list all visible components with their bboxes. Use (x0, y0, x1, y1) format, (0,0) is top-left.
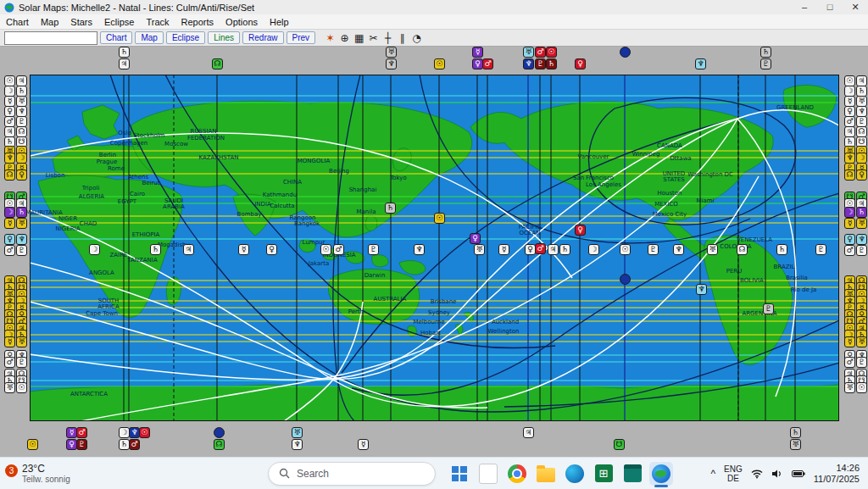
weather-widget[interactable]: 3 23°C Teilw. sonnig (5, 463, 132, 485)
planet-marker[interactable]: ♆ (292, 439, 303, 450)
planet-marker[interactable]: ♀ (266, 244, 277, 255)
planet-marker[interactable]: ♀ (16, 169, 27, 181)
planet-marker[interactable]: ♂ (333, 244, 344, 255)
planet-marker[interactable]: ♃ (548, 244, 559, 255)
planet-marker[interactable]: ♃ (119, 58, 130, 69)
planet-marker[interactable]: ☿ (4, 218, 15, 229)
planet-marker[interactable]: ♄ (150, 244, 161, 255)
clock[interactable]: 14:26 11/07/2025 (814, 463, 860, 485)
planet-marker[interactable]: ♆ (695, 58, 706, 69)
planet-marker[interactable]: ☉ (27, 439, 38, 450)
planet-marker[interactable]: ♄ (559, 244, 570, 255)
planet-marker[interactable]: ♂ (76, 427, 87, 438)
planet-marker[interactable]: ☊ (214, 439, 225, 450)
planet-marker[interactable]: ♆ (856, 234, 867, 245)
excel-icon[interactable]: ⊞ (592, 462, 615, 486)
planet-marker[interactable] (214, 427, 225, 438)
planet-marker[interactable]: ♅ (523, 47, 534, 58)
planet-marker[interactable]: ☿ (472, 47, 483, 58)
planet-marker[interactable]: ☉ (139, 427, 150, 438)
planet-marker[interactable]: ♅ (707, 244, 718, 255)
edge-icon[interactable] (563, 462, 587, 486)
planet-marker[interactable]: ♂ (4, 245, 15, 256)
planet-marker[interactable]: ♀ (856, 169, 867, 181)
wifi-icon[interactable] (751, 469, 763, 479)
planet-marker[interactable]: ♂ (844, 245, 855, 256)
notification-badge[interactable]: 3 (5, 464, 18, 477)
start-button[interactable] (448, 462, 471, 486)
language-switcher[interactable]: ENG DE (724, 464, 743, 483)
planet-marker[interactable]: ☿ (844, 218, 855, 229)
planet-marker[interactable]: ☿ (358, 439, 369, 450)
planet-marker[interactable]: ☉ (856, 382, 867, 393)
planet-marker[interactable]: ♂ (535, 47, 546, 58)
planet-marker[interactable]: ♃ (183, 244, 194, 255)
planet-marker[interactable]: ♇ (16, 357, 27, 368)
planet-marker[interactable]: ♅ (292, 427, 303, 438)
planet-marker[interactable]: ♅ (856, 218, 867, 229)
planet-marker[interactable]: ♄ (760, 47, 771, 58)
planet-marker[interactable]: ♄ (546, 58, 557, 69)
planet-marker[interactable]: ♅ (16, 218, 27, 229)
battery-icon[interactable] (792, 470, 805, 478)
planet-marker[interactable]: ☊ (4, 169, 15, 181)
planet-marker[interactable]: ♅ (844, 382, 855, 393)
planet-marker[interactable]: ♇ (856, 357, 867, 368)
planet-marker[interactable]: ☽ (4, 207, 15, 218)
planet-marker[interactable]: ♅ (4, 382, 15, 393)
planet-marker[interactable]: ♇ (16, 245, 27, 256)
planet-marker[interactable]: ♂ (4, 357, 15, 368)
planet-marker[interactable]: ☿ (4, 336, 15, 347)
planet-marker[interactable] (620, 47, 631, 58)
planet-marker[interactable]: ♄ (776, 244, 787, 255)
planet-marker[interactable]: ☉ (320, 244, 331, 255)
planet-marker[interactable]: ♆ (414, 244, 425, 255)
planet-marker[interactable]: ☉ (434, 213, 445, 224)
planet-marker[interactable]: ♄ (790, 427, 801, 438)
file-explorer-icon[interactable] (534, 462, 558, 486)
planet-marker[interactable]: ♂ (482, 58, 493, 69)
planet-marker[interactable]: ☊ (212, 58, 223, 69)
copilot-icon[interactable] (476, 462, 500, 486)
planet-marker[interactable]: ♅ (474, 244, 485, 255)
planet-marker[interactable]: ♅ (16, 336, 27, 347)
planet-marker[interactable]: ♇ (368, 244, 379, 255)
planet-marker[interactable]: ♄ (856, 207, 867, 218)
planet-marker[interactable]: ♇ (815, 244, 826, 255)
planet-marker[interactable]: ♆ (696, 284, 707, 295)
planet-marker[interactable]: ♂ (535, 243, 546, 254)
planet-marker[interactable]: ☊ (844, 169, 855, 181)
planet-marker[interactable]: ♇ (856, 245, 867, 256)
planet-marker[interactable]: ☽ (844, 207, 855, 218)
planet-marker[interactable]: ♇ (535, 58, 546, 69)
planet-marker[interactable]: ☉ (620, 244, 631, 255)
planet-marker[interactable]: ♅ (856, 336, 867, 347)
speaker-icon[interactable] (771, 469, 783, 479)
planet-marker[interactable]: ♃ (523, 427, 534, 438)
planet-marker[interactable]: ♀ (575, 225, 586, 236)
planet-marker[interactable]: ♄ (119, 47, 130, 58)
planet-marker[interactable]: ☉ (546, 47, 557, 58)
planet-marker[interactable]: ♅ (386, 47, 397, 58)
planet-marker[interactable]: ♀ (470, 233, 481, 244)
planet-marker[interactable]: ♇ (648, 244, 659, 255)
planet-marker[interactable]: ☿ (844, 336, 855, 347)
planet-marker[interactable]: ♆ (16, 234, 27, 245)
planet-marker[interactable]: ♄ (385, 203, 396, 214)
planet-marker[interactable]: ♂ (129, 439, 140, 450)
planet-marker[interactable]: ♅ (790, 439, 801, 450)
tray-chevron-icon[interactable]: ^ (710, 468, 715, 480)
planet-marker[interactable]: ♀ (844, 234, 855, 245)
planet-marker[interactable]: ☽ (588, 244, 599, 255)
planet-marker[interactable]: ♆ (673, 244, 684, 255)
planet-marker[interactable]: ♇ (76, 439, 87, 450)
solar-maps-taskbar-icon[interactable] (649, 462, 673, 486)
planet-marker[interactable] (620, 274, 631, 285)
planet-marker[interactable]: ☽ (89, 244, 100, 255)
planet-marker[interactable]: ♀ (575, 58, 586, 69)
planet-marker[interactable]: ☊ (737, 244, 748, 255)
planet-marker[interactable]: ♂ (844, 357, 855, 368)
planet-marker[interactable]: ☋ (614, 439, 625, 450)
planet-marker[interactable]: ♇ (760, 58, 771, 69)
search-input[interactable]: Search (268, 462, 436, 486)
